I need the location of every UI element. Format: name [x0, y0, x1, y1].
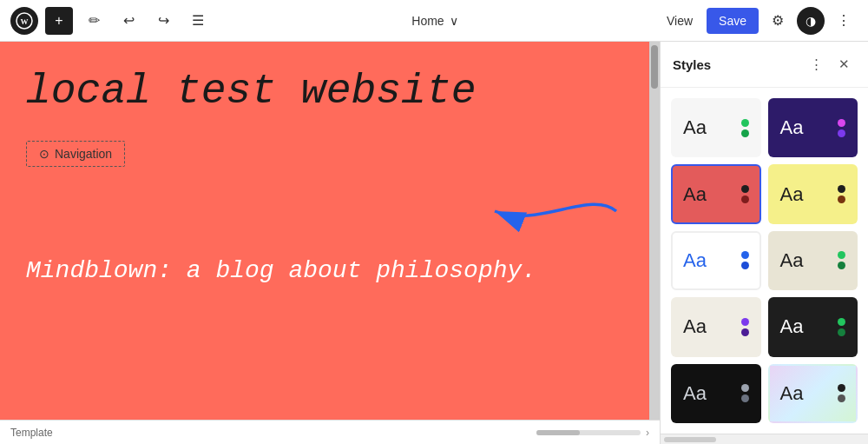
more-options-button[interactable]: ⋮ [830, 7, 858, 35]
dot-bottom [741, 195, 749, 203]
dot-top [741, 384, 749, 392]
dot-top [741, 119, 749, 127]
dot-top [838, 251, 845, 259]
list-button[interactable]: ☰ [184, 7, 212, 35]
style-aa-text: Aa [780, 251, 804, 270]
bottom-scroll-area: › [536, 427, 649, 439]
style-card-light-grey[interactable]: Aa [671, 297, 761, 356]
main-area: local test website ⊙ Navigation Mindblow… [0, 42, 868, 444]
scroll-right-arrow[interactable]: › [646, 427, 649, 439]
h-scrollbar-thumb [536, 430, 580, 435]
style-dots [838, 318, 845, 336]
style-card-gradient[interactable]: Aa [768, 364, 858, 423]
dot-top [838, 185, 845, 193]
pencil-button[interactable]: ✏ [80, 7, 108, 35]
dark-mode-icon: ◑ [806, 14, 816, 28]
dot-top [741, 318, 749, 326]
dot-bottom [741, 328, 749, 336]
style-aa-text: Aa [780, 185, 804, 204]
style-card-blue-text[interactable]: Aa [671, 231, 761, 290]
toolbar-center: Home ∨ [219, 9, 651, 33]
main-toolbar: W + ✏ ↩ ↪ ☰ Home ∨ View Save ⚙ ◑ ⋮ [0, 0, 868, 42]
style-dots [741, 251, 749, 269]
style-dots [741, 384, 749, 402]
panel-h-scrollbar-thumb [664, 437, 716, 442]
canvas-vertical-scrollbar[interactable] [649, 42, 660, 420]
more-icon: ⋮ [837, 12, 851, 29]
canvas-wrapper: local test website ⊙ Navigation Mindblow… [0, 42, 660, 444]
pencil-icon: ✏ [89, 12, 100, 29]
canvas-bottom-bar: Template › [0, 420, 660, 444]
style-dots [741, 119, 749, 137]
dot-bottom [838, 262, 845, 269]
style-card-dark[interactable]: Aa [768, 297, 858, 356]
h-scrollbar-track[interactable] [536, 430, 641, 435]
panel-title: Styles [673, 57, 711, 72]
dot-top [741, 185, 749, 193]
add-icon: + [55, 13, 62, 29]
style-aa-text: Aa [683, 384, 707, 403]
chevron-down-icon: ∨ [450, 14, 458, 28]
style-aa-text: Aa [683, 185, 707, 204]
dot-top [838, 318, 845, 326]
navigation-block[interactable]: ⊙ Navigation [26, 141, 125, 167]
style-aa-text: Aa [683, 118, 707, 137]
style-aa-text: Aa [683, 251, 707, 270]
style-aa-text: Aa [780, 118, 804, 137]
style-dots [838, 384, 845, 402]
site-tagline: Mindblown: a blog about philosophy. [0, 184, 660, 305]
page-name: Home [411, 14, 444, 28]
style-dots [741, 185, 749, 203]
dot-bottom [838, 328, 845, 336]
style-card-purple[interactable]: Aa [768, 98, 858, 157]
style-dots [838, 185, 845, 203]
style-aa-text: Aa [683, 317, 707, 336]
settings-button[interactable]: ⚙ [764, 7, 792, 35]
panel-close-icon: ✕ [838, 56, 850, 72]
style-aa-text: Aa [780, 317, 804, 336]
dot-bottom [741, 394, 749, 402]
panel-header-icons: ⋮ ✕ [804, 52, 856, 76]
dot-bottom [741, 129, 749, 137]
style-dots [838, 119, 845, 137]
panel-close-button[interactable]: ✕ [832, 52, 856, 76]
styles-grid: Aa Aa Aa [661, 88, 868, 434]
dot-bottom [838, 195, 845, 203]
dot-top [838, 119, 845, 127]
undo-button[interactable]: ↩ [115, 7, 142, 35]
save-button[interactable]: Save [707, 8, 759, 34]
redo-icon: ↪ [158, 12, 169, 29]
style-card-default[interactable]: Aa [671, 98, 761, 157]
style-aa-text: Aa [780, 384, 804, 403]
toolbar-right: View Save ⚙ ◑ ⋮ [658, 7, 858, 35]
panel-header: Styles ⋮ ✕ [661, 42, 868, 88]
dot-bottom [838, 129, 845, 137]
gear-icon: ⚙ [772, 12, 784, 29]
add-button[interactable]: + [45, 7, 73, 35]
view-button[interactable]: View [658, 9, 701, 33]
page-dropdown[interactable]: Home ∨ [403, 9, 466, 33]
styles-panel: Styles ⋮ ✕ Aa Aa [660, 42, 868, 444]
style-card-black[interactable]: Aa [671, 364, 761, 423]
panel-more-button[interactable]: ⋮ [804, 52, 828, 76]
style-dots [838, 251, 845, 269]
panel-more-icon: ⋮ [810, 56, 823, 72]
redo-button[interactable]: ↪ [149, 7, 177, 35]
style-card-yellow[interactable]: Aa [768, 164, 858, 223]
panel-bottom-scrollbar[interactable] [661, 434, 868, 444]
undo-icon: ↩ [123, 12, 135, 29]
template-label: Template [10, 427, 53, 439]
dot-bottom [741, 262, 749, 269]
dot-bottom [838, 394, 845, 402]
style-dots [741, 318, 749, 336]
wp-logo-icon: W [16, 12, 33, 30]
style-card-red[interactable]: Aa [671, 164, 761, 223]
site-title: local test website [0, 42, 660, 123]
style-card-beige[interactable]: Aa [768, 231, 858, 290]
dark-mode-toggle[interactable]: ◑ [797, 7, 825, 35]
navigation-label: Navigation [55, 147, 112, 161]
svg-text:W: W [21, 17, 29, 26]
canvas[interactable]: local test website ⊙ Navigation Mindblow… [0, 42, 660, 420]
list-icon: ☰ [192, 12, 204, 29]
wp-logo-button[interactable]: W [10, 7, 38, 35]
